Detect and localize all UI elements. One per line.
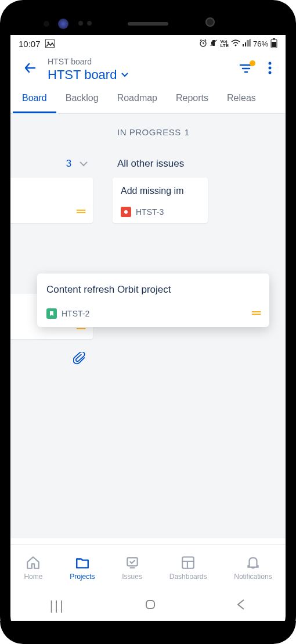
swimlane-label: All other issues	[117, 158, 184, 170]
dragging-issue-card[interactable]: Content refresh Orbit project HTST-2 ==	[37, 274, 269, 327]
svg-point-15	[269, 62, 272, 65]
battery-icon	[270, 38, 277, 49]
nav-label: Notifications	[234, 573, 272, 581]
nav-label: Home	[24, 573, 42, 581]
svg-point-17	[269, 71, 272, 74]
tabs: Board Backlog Roadmap Reports Releas	[10, 85, 286, 114]
android-back-button[interactable]	[236, 598, 246, 614]
nav-label: Issues	[122, 573, 142, 581]
swimlane-header[interactable]: All other issues	[108, 150, 212, 178]
nav-issues[interactable]: Issues	[122, 555, 142, 581]
svg-rect-6	[245, 42, 246, 46]
alarm-icon	[199, 39, 207, 49]
filter-indicator-dot	[250, 60, 255, 66]
folder-icon	[75, 555, 90, 570]
svg-rect-7	[247, 41, 248, 46]
svg-rect-11	[272, 42, 276, 47]
filter-button[interactable]	[236, 59, 257, 80]
issue-card[interactable]: Add missing im HTST-3	[113, 178, 208, 223]
column-header: IN PROGRESS 1	[108, 114, 212, 150]
android-nav-bar: |||	[10, 591, 286, 621]
svg-point-4	[234, 44, 236, 46]
breadcrumb: HTST board	[48, 57, 230, 66]
issue-key: HTST-2	[62, 309, 89, 318]
story-icon	[46, 308, 57, 319]
priority-medium-icon: ==	[76, 207, 85, 217]
nav-notifications[interactable]: Notifications	[234, 555, 272, 581]
signal-icon	[243, 39, 251, 48]
card-title: Content refresh Orbit project	[46, 284, 260, 296]
app-header: HTST board HTST board	[10, 52, 286, 85]
home-icon	[26, 555, 41, 570]
svg-point-16	[269, 67, 272, 70]
wifi-icon	[231, 39, 240, 48]
bottom-nav: Home Projects Issues Dashboards Notifica…	[10, 544, 286, 591]
swimlane-count: 3	[66, 158, 71, 169]
issue-key: HTST-3	[136, 207, 164, 217]
issue-card[interactable]: anding page ==	[10, 178, 93, 223]
tab-reports[interactable]: Reports	[167, 85, 218, 113]
mute-icon	[210, 39, 218, 49]
android-recent-button[interactable]: |||	[50, 598, 65, 613]
nav-label: Dashboards	[169, 573, 207, 581]
attachment-icon[interactable]	[73, 352, 86, 367]
svg-point-18	[124, 210, 128, 214]
tab-roadmap[interactable]: Roadmap	[108, 85, 167, 113]
priority-medium-icon: ==	[251, 308, 260, 319]
tab-releases[interactable]: Releas	[218, 85, 265, 113]
column-count: 1	[185, 127, 190, 137]
nav-dashboards[interactable]: Dashboards	[169, 555, 207, 581]
chevron-down-icon	[79, 158, 88, 169]
nav-projects[interactable]: Projects	[70, 555, 95, 581]
dashboard-icon	[181, 555, 196, 570]
more-menu-button[interactable]	[262, 58, 277, 81]
tab-board[interactable]: Board	[13, 85, 56, 113]
board-title-text: HTST board	[48, 67, 117, 82]
chevron-down-icon	[121, 73, 128, 77]
svg-rect-8	[250, 39, 251, 46]
battery-percent: 76%	[253, 39, 268, 48]
bug-icon	[121, 207, 131, 217]
column-title: IN PROGRESS	[117, 127, 181, 137]
card-title: Add missing im	[121, 186, 200, 196]
issues-icon	[125, 555, 140, 570]
volte-icon: Vo)LTE	[220, 39, 229, 48]
nav-label: Projects	[70, 573, 95, 581]
svg-rect-24	[146, 600, 154, 609]
bell-icon	[246, 555, 261, 570]
board-area[interactable]: ues 3 anding page == itz for Q3	[10, 114, 286, 538]
board-title-dropdown[interactable]: HTST board	[48, 67, 230, 82]
svg-rect-19	[127, 557, 137, 566]
nav-home[interactable]: Home	[24, 555, 42, 581]
status-time: 10:07	[19, 39, 41, 49]
back-button[interactable]	[19, 58, 42, 81]
android-home-button[interactable]	[143, 598, 157, 614]
svg-rect-5	[243, 44, 244, 46]
card-title: anding page	[10, 186, 85, 196]
picture-icon	[45, 39, 55, 48]
tab-backlog[interactable]: Backlog	[56, 85, 108, 113]
status-bar: 10:07 Vo)LTE 76%	[10, 35, 286, 52]
swimlane-header[interactable]: ues 3	[10, 150, 98, 178]
column-header	[10, 114, 98, 150]
